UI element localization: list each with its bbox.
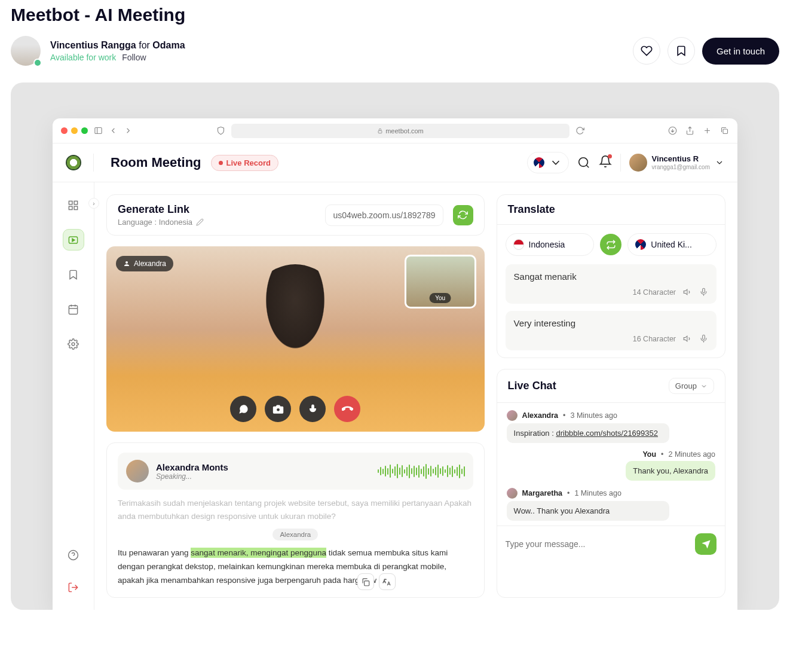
translate-title: Translate [497, 195, 725, 225]
svg-rect-14 [74, 206, 78, 210]
author-avatar[interactable] [11, 36, 41, 66]
translate-from[interactable]: Indonesia [506, 233, 595, 256]
mic-icon [307, 404, 319, 415]
char-count: 14 Character [633, 288, 676, 297]
transcript-prev: Terimakasih sudah menjelaskan tentang pr… [118, 497, 473, 523]
nav-help[interactable] [63, 544, 84, 566]
sidebar-toggle-icon[interactable] [94, 126, 103, 135]
you-label: You [429, 293, 451, 303]
nav-forward-icon[interactable] [124, 126, 133, 135]
nav-dashboard[interactable] [63, 194, 84, 216]
bookmark-icon [68, 269, 79, 280]
live-record-badge: Live Record [211, 155, 278, 171]
msg-avatar [507, 488, 518, 499]
nav-meeting[interactable] [63, 229, 84, 251]
speaker-status: Speaking... [156, 472, 228, 481]
svg-point-9 [578, 158, 587, 167]
url-bar[interactable]: meetbot.com [231, 124, 569, 138]
translate-panel: Translate Indonesia United Ki... Sangat … [497, 194, 725, 358]
chat-message: Margaretha•1 Minutes ago Wow.. Thank you… [507, 488, 715, 521]
end-call-control[interactable] [334, 396, 360, 422]
speaker-bar: Alexandra Monts Speaking... [118, 453, 473, 490]
nav-settings[interactable] [63, 333, 84, 355]
svg-marker-30 [684, 336, 687, 341]
svg-point-25 [277, 408, 280, 411]
speaker-icon[interactable] [683, 334, 692, 343]
search-icon[interactable] [577, 156, 590, 169]
follow-link[interactable]: Follow [122, 53, 146, 62]
video-panel: Alexandra You [106, 246, 485, 432]
transcript-current: Itu penawaran yang sangat menarik, mengi… [118, 546, 473, 588]
nav-bookmarks[interactable] [63, 264, 84, 285]
language-selector[interactable] [527, 152, 569, 173]
camera-control[interactable] [265, 396, 291, 422]
notifications-button[interactable] [599, 155, 612, 170]
chat-title: Live Chat [508, 380, 556, 392]
save-button[interactable] [667, 37, 695, 65]
nav-logout[interactable] [63, 576, 84, 598]
user-avatar [629, 154, 647, 172]
chat-input[interactable] [506, 539, 689, 549]
svg-rect-27 [365, 581, 369, 585]
tabs-icon[interactable] [720, 126, 729, 135]
chat-link[interactable]: dribbble.com/shots/21699352 [556, 429, 658, 438]
calendar-icon [68, 304, 79, 315]
transcript-speaker-chip: Alexandra [272, 529, 318, 540]
rail-expand-button[interactable]: › [88, 198, 99, 209]
chat-control[interactable] [230, 396, 256, 422]
chevron-down-icon [549, 156, 562, 169]
svg-rect-2 [378, 130, 382, 133]
svg-rect-29 [703, 288, 705, 293]
share-icon[interactable] [685, 126, 694, 135]
room-title: Room Meeting [111, 155, 201, 170]
send-button[interactable] [695, 533, 716, 555]
heart-icon [641, 45, 653, 57]
generated-link[interactable]: us04web.zoom.us/1892789 [325, 204, 443, 226]
edit-icon[interactable] [196, 218, 204, 226]
svg-rect-12 [74, 201, 78, 204]
author-team[interactable]: Odama [152, 40, 185, 50]
mic-icon[interactable] [699, 334, 708, 343]
user-name: Vincentius R [652, 154, 710, 164]
nav-calendar[interactable] [63, 298, 84, 320]
regenerate-button[interactable] [453, 205, 473, 225]
self-video[interactable]: You [405, 255, 476, 308]
speaker-icon[interactable] [683, 288, 692, 297]
play-icon [68, 234, 79, 246]
phone-icon [342, 404, 353, 415]
side-rail: › [53, 182, 94, 610]
new-tab-icon[interactable] [703, 126, 712, 135]
chat-icon [238, 404, 249, 415]
like-button[interactable] [633, 37, 660, 65]
help-icon [68, 549, 79, 561]
generate-language: Language : Indonesia [118, 218, 192, 227]
author-name[interactable]: Vincentius Rangga [50, 40, 136, 50]
get-in-touch-button[interactable]: Get in touch [702, 38, 779, 65]
traffic-lights[interactable] [61, 127, 88, 134]
mic-control[interactable] [299, 396, 326, 422]
svg-rect-17 [69, 306, 77, 314]
sync-icon [458, 210, 468, 220]
chat-input-row [497, 526, 725, 562]
translate-to[interactable]: United Ki... [627, 233, 716, 256]
svg-marker-16 [72, 239, 75, 242]
app-logo[interactable] [66, 155, 81, 170]
swap-languages-button[interactable] [600, 234, 621, 255]
person-icon [123, 260, 130, 267]
availability-badge[interactable]: Available for work [50, 53, 116, 62]
nav-back-icon[interactable] [109, 126, 118, 135]
download-icon[interactable] [668, 126, 677, 135]
generate-title: Generate Link [118, 203, 316, 216]
highlight[interactable]: sangat menarik, mengingat pengguna [191, 548, 326, 558]
waveform [378, 462, 465, 480]
mic-icon[interactable] [699, 288, 708, 297]
camera-icon [272, 404, 284, 415]
translate-button[interactable] [379, 573, 396, 590]
shield-icon[interactable] [216, 126, 225, 135]
refresh-icon[interactable] [575, 126, 584, 135]
chat-message: Alexandra•3 Minutes ago Inspiration : dr… [507, 410, 715, 443]
url-text: meetbot.com [385, 127, 424, 135]
user-menu[interactable]: Vincentius R vrangga1@gmail.com [629, 154, 724, 172]
chat-scope-selector[interactable]: Group [669, 378, 714, 394]
copy-button[interactable] [357, 573, 374, 590]
